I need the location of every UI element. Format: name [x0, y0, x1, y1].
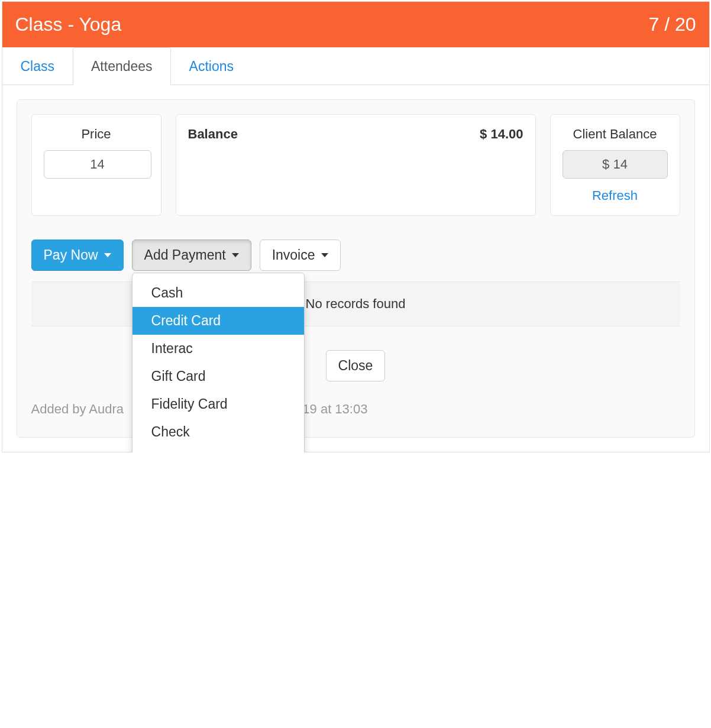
footer-prefix: Added by Audra: [31, 402, 124, 416]
payment-option-check[interactable]: Check: [132, 418, 304, 446]
payment-option-fidelity-card[interactable]: Fidelity Card: [132, 390, 304, 418]
caret-down-icon: [321, 253, 328, 257]
pay-now-button[interactable]: Pay Now: [31, 240, 124, 271]
caret-down-icon: [104, 253, 111, 257]
add-payment-dropdown-menu: CashCredit CardInteracGift CardFidelity …: [132, 273, 305, 452]
client-balance-value: $ 14: [563, 150, 668, 179]
payment-option-credit-card[interactable]: Credit Card: [132, 307, 304, 335]
content-area: Price Balance $ 14.00 Client Balance $ 1…: [17, 99, 695, 438]
audit-footer: Added by Audra 19 at 13:03: [31, 399, 680, 423]
payment-option-interac[interactable]: Interac: [132, 335, 304, 363]
class-modal: Class - Yoga 7 / 20 Class Attendees Acti…: [2, 1, 710, 452]
summary-panels: Price Balance $ 14.00 Client Balance $ 1…: [31, 114, 680, 216]
payment-buttons-row: Pay Now Add Payment CashCredit CardInter…: [31, 240, 680, 271]
refresh-link[interactable]: Refresh: [563, 188, 668, 203]
client-balance-panel: Client Balance $ 14 Refresh: [550, 114, 680, 216]
caret-down-icon: [232, 253, 239, 257]
tab-attendees[interactable]: Attendees: [73, 47, 171, 85]
tabs: Class Attendees Actions: [2, 47, 709, 85]
balance-label: Balance: [188, 127, 238, 142]
invoice-label: Invoice: [272, 247, 315, 263]
payment-option-gift-card[interactable]: Gift Card: [132, 363, 304, 390]
add-payment-dropdown-wrapper: Add Payment CashCredit CardInteracGift C…: [132, 240, 251, 271]
add-payment-button[interactable]: Add Payment: [132, 240, 251, 271]
price-input[interactable]: [44, 150, 151, 179]
invoice-button[interactable]: Invoice: [260, 240, 341, 271]
client-balance-label: Client Balance: [563, 127, 668, 142]
add-payment-label: Add Payment: [144, 247, 226, 263]
modal-header: Class - Yoga 7 / 20: [2, 2, 709, 47]
balance-amount: $ 14.00: [480, 127, 523, 142]
tab-actions[interactable]: Actions: [171, 47, 252, 85]
balance-panel: Balance $ 14.00: [176, 114, 536, 216]
pay-now-label: Pay Now: [44, 247, 98, 263]
payment-option-cash[interactable]: Cash: [132, 279, 304, 307]
attendee-count: 7 / 20: [648, 14, 696, 35]
price-panel: Price: [31, 114, 161, 216]
close-button[interactable]: Close: [326, 350, 386, 381]
tab-class[interactable]: Class: [2, 47, 73, 85]
price-label: Price: [44, 127, 149, 142]
payment-option-paypal[interactable]: PayPal: [132, 446, 304, 452]
close-row: Close: [31, 350, 680, 381]
no-records-text: No records found: [306, 296, 406, 311]
records-area: No records found: [31, 282, 680, 326]
footer-suffix: 19 at 13:03: [302, 402, 367, 416]
modal-title: Class - Yoga: [15, 14, 122, 35]
